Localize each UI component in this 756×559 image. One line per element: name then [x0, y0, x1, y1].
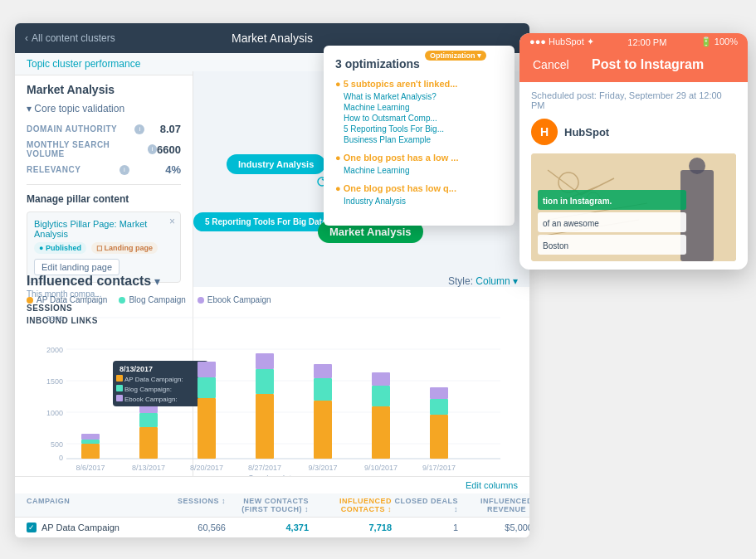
pillar-link[interactable]: Biglytics Pillar Page: Market Analysis [34, 219, 173, 239]
opt-link-ml[interactable]: Machine Learning [344, 166, 503, 175]
opt-section-1: ● 5 subtopics aren't linked... What is M… [335, 79, 503, 144]
metric-domain-authority: DOMAIN AUTHORITY i 8.07 [27, 123, 181, 135]
svg-rect-19 [139, 427, 158, 459]
ig-body: Scheduled post: Friday, September 29 at … [519, 82, 748, 270]
opt-links-2: Machine Learning [335, 166, 503, 175]
bar-chart: 2500 2000 1500 1000 500 0 [27, 311, 518, 477]
row-checkbox[interactable] [27, 523, 37, 532]
td-revenue: $5,000 [458, 523, 529, 532]
svg-text:8/27/2017: 8/27/2017 [248, 464, 281, 472]
svg-rect-44 [372, 372, 390, 386]
svg-rect-16 [81, 444, 100, 459]
ig-account-name: HubSpot [564, 126, 609, 139]
manage-title: Manage pillar content [27, 193, 181, 205]
page-title: Market Analysis [232, 32, 313, 45]
metric-relevancy: RELEVANCY i 4% [27, 163, 181, 176]
svg-text:Blog Campaign:: Blog Campaign: [124, 386, 172, 393]
td-sessions: 60,566 [159, 523, 226, 532]
core-topic-label[interactable]: ▾ Core topic validation [27, 103, 181, 114]
chart-legend: AP Data Campaign Blog Campaign Ebook Cam… [27, 295, 518, 304]
node-reporting[interactable]: 5 Reporting Tools For Big Data [193, 212, 338, 231]
svg-text:Ebook Campaign:: Ebook Campaign: [124, 396, 178, 403]
ig-caption-1: tion in Instagram. [538, 190, 686, 210]
table-row: AP Data Campaign 60,566 4,371 7,718 1 $5… [15, 518, 529, 537]
svg-text:9/3/2017: 9/3/2017 [308, 464, 337, 472]
svg-rect-34 [198, 377, 216, 398]
close-icon[interactable]: × [169, 216, 175, 227]
svg-text:AP Data Campaign:: AP Data Campaign: [124, 376, 183, 383]
published-badge: ● Published [34, 242, 86, 254]
landing-badge: ◻ Landing page [91, 242, 158, 254]
th-sessions[interactable]: SESSIONS ↕ [159, 497, 226, 513]
ig-signal: ●●● HubSpot ✦ [529, 36, 594, 47]
chart-header: Influenced contacts ▾ Style: Column ▾ [27, 274, 518, 289]
legend-ebook: Ebook Campaign [198, 295, 271, 304]
ig-header: Cancel Post to Instagram X [519, 51, 748, 82]
opt-link-2[interactable]: How to Outsmart Comp... [344, 114, 503, 123]
bar-chart-svg: 2500 2000 1500 1000 500 0 [27, 311, 518, 473]
legend-dot-ebook [198, 297, 204, 304]
sidebar-title: Market Analysis [27, 83, 181, 96]
th-influenced-revenue[interactable]: INFLUENCED REVENUE ↕ [458, 497, 529, 513]
instagram-panel: ●●● HubSpot ✦ 12:00 PM 🔋 100% Cancel Pos… [519, 33, 748, 270]
svg-rect-33 [198, 398, 216, 459]
ig-image-overlay: tion in Instagram. of an awesome Boston [538, 190, 686, 255]
opt-links-3: Industry Analysis [335, 197, 503, 206]
chart-title[interactable]: Influenced contacts ▾ [27, 274, 160, 289]
opt-section-3: ● One blog post has low q... Industry An… [335, 183, 503, 206]
ig-time: 12:00 PM [627, 37, 666, 47]
optimization-badge[interactable]: Optimization ▾ [425, 51, 486, 61]
info-icon-msv: i [148, 144, 157, 154]
th-closed-deals[interactable]: CLOSED DEALS ↕ [392, 497, 458, 513]
th-campaign: CAMPAIGN [27, 497, 159, 513]
svg-text:9/10/2017: 9/10/2017 [364, 464, 398, 472]
th-new-contacts[interactable]: NEW CONTACTS (FIRST TOUCH) ↕ [226, 497, 309, 513]
ig-status-bar: ●●● HubSpot ✦ 12:00 PM 🔋 100% [519, 33, 748, 51]
svg-text:2500: 2500 [46, 314, 63, 323]
td-campaign: AP Data Campaign [27, 523, 159, 532]
svg-text:9/17/2017: 9/17/2017 [422, 464, 456, 472]
svg-text:8/13/2017: 8/13/2017 [119, 365, 153, 373]
svg-rect-47 [430, 387, 448, 399]
optimizations-panel: Optimization ▾ 3 optimizations ● 5 subto… [324, 46, 515, 226]
svg-text:1000: 1000 [46, 409, 63, 417]
svg-rect-43 [372, 386, 390, 406]
th-influenced-contacts[interactable]: INFLUENCED CONTACTS ↕ [309, 497, 392, 513]
ig-account: H HubSpot [531, 119, 736, 145]
legend-blog: Blog Campaign [119, 295, 185, 304]
opt-section-2: ● One blog post has a low ... Machine Le… [335, 153, 503, 175]
ig-cancel-button[interactable]: Cancel [533, 58, 569, 71]
opt-bullet-3: ● One blog post has low q... [335, 183, 503, 193]
td-closed: 1 [392, 523, 458, 532]
chart-style[interactable]: Style: Column ▾ [448, 275, 518, 287]
svg-text:0: 0 [59, 454, 63, 462]
info-icon-da: i [134, 124, 144, 134]
chevron-left-icon: ‹ [25, 32, 28, 44]
opt-link-3[interactable]: 5 Reporting Tools For Big... [344, 124, 503, 134]
opt-bullet-2: ● One blog post has a low ... [335, 153, 503, 163]
opt-link-ia[interactable]: Industry Analysis [344, 197, 503, 206]
svg-text:2000: 2000 [46, 346, 63, 354]
legend-ap: AP Data Campaign [27, 295, 107, 304]
svg-rect-17 [81, 440, 100, 444]
opt-link-1[interactable]: Machine Learning [344, 103, 503, 112]
svg-rect-30 [116, 395, 123, 401]
svg-rect-36 [256, 394, 274, 459]
badge-row: ● Published ◻ Landing page [34, 242, 173, 254]
node-industry-analysis[interactable]: Industry Analysis [227, 154, 325, 174]
info-icon-rel: i [119, 165, 129, 175]
svg-rect-24 [116, 375, 123, 382]
back-link[interactable]: ‹ All content clusters [25, 32, 115, 44]
ig-image: tion in Instagram. of an awesome Boston [531, 153, 736, 261]
svg-rect-46 [430, 399, 448, 415]
svg-rect-42 [372, 406, 390, 459]
ig-avatar: H [531, 119, 558, 145]
ig-spacer: X [727, 58, 734, 71]
opt-link-0[interactable]: What is Market Analysis? [344, 92, 503, 101]
svg-rect-45 [430, 415, 448, 459]
edit-columns-link[interactable]: Edit columns [15, 477, 529, 493]
svg-rect-39 [314, 401, 332, 459]
svg-text:8/20/2017: 8/20/2017 [190, 464, 223, 472]
svg-text:500: 500 [51, 440, 63, 449]
opt-link-4[interactable]: Business Plan Example [344, 135, 503, 144]
